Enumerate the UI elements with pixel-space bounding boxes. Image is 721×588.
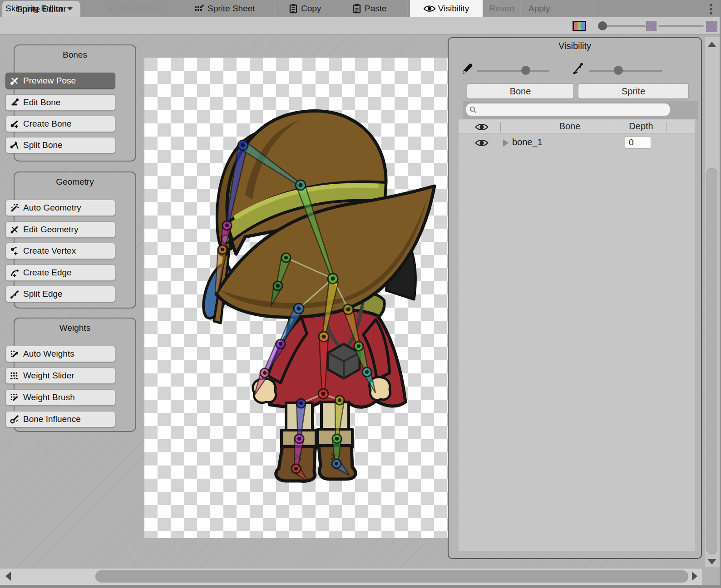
mesh-opacity-preview-icon xyxy=(706,21,717,32)
edit-geometry-icon xyxy=(10,225,19,234)
row-visibility-eye-icon[interactable] xyxy=(475,138,489,147)
sprite-opacity-preview-icon xyxy=(646,21,657,31)
create-edge-icon xyxy=(10,268,19,277)
scroll-right-icon[interactable] xyxy=(692,572,697,581)
create-edge-button[interactable]: Create Edge xyxy=(5,265,115,281)
mesh-visibility-slider-knob[interactable] xyxy=(614,66,623,75)
weight-brush-icon xyxy=(10,393,19,402)
weight-brush-button[interactable]: Weight Brush xyxy=(5,389,115,406)
edit-geometry-button[interactable]: Edit Geometry xyxy=(5,221,115,238)
sprite-editor-window: Sprite Editor Skinning Editor Reset Pose… xyxy=(0,0,721,588)
tab-bone[interactable]: Bone xyxy=(467,83,574,99)
preview-pose-icon xyxy=(10,76,19,85)
column-bone[interactable]: Bone xyxy=(527,121,613,132)
sprite-color-swatch-button[interactable] xyxy=(573,21,586,31)
window-bottom-edge xyxy=(0,585,721,588)
auto-weights-icon xyxy=(10,349,19,358)
sprite-opacity-slider-knob[interactable] xyxy=(598,21,607,30)
create-vertex-icon xyxy=(10,246,19,255)
person-icon xyxy=(105,4,114,14)
column-depth[interactable]: Depth xyxy=(618,121,664,132)
revert-button[interactable]: Revert xyxy=(489,0,515,17)
copy-icon xyxy=(289,3,298,14)
scroll-left-icon[interactable] xyxy=(5,572,11,581)
search-field[interactable] xyxy=(466,103,670,116)
window-menu-icon[interactable] xyxy=(706,3,716,15)
paste-button[interactable]: Paste xyxy=(352,0,387,17)
chevron-down-icon xyxy=(67,6,73,11)
bone-list-area: Bone Depth bone_1 0 xyxy=(459,119,695,551)
create-bone-icon xyxy=(10,119,19,128)
sprite-sheet-button[interactable]: Sprite Sheet xyxy=(194,0,255,17)
split-edge-icon xyxy=(10,289,19,299)
visibility-panel: Visibility Bone Sprite xyxy=(448,37,702,559)
create-bone-button[interactable]: Create Bone xyxy=(5,116,115,132)
bone-list-header: Bone Depth xyxy=(459,120,695,133)
mesh-opacity-icon xyxy=(572,63,585,75)
skinning-editor-dropdown[interactable]: Skinning Editor xyxy=(5,0,73,17)
scroll-down-icon[interactable] xyxy=(707,559,716,564)
visibility-toggle-button[interactable]: Visibility xyxy=(410,0,483,17)
eye-icon xyxy=(424,5,435,13)
bone-opacity-icon xyxy=(461,63,474,75)
split-bone-icon xyxy=(10,141,19,150)
mesh-opacity-slider[interactable] xyxy=(658,25,704,27)
visibility-panel-title: Visibility xyxy=(449,41,701,51)
search-icon xyxy=(469,106,477,114)
sprite-canvas[interactable] xyxy=(144,58,448,538)
tab-sprite[interactable]: Sprite xyxy=(578,83,689,99)
sprite-opacity-slider[interactable] xyxy=(604,25,646,27)
search-input[interactable] xyxy=(477,105,661,115)
bones-panel-title: Bones xyxy=(15,45,135,60)
auto-geometry-icon xyxy=(10,203,19,212)
bone-opacity-slider-knob[interactable] xyxy=(521,66,530,75)
depth-input[interactable]: 0 xyxy=(625,136,651,149)
create-vertex-button[interactable]: Create Vertex xyxy=(5,243,115,259)
paste-icon xyxy=(352,3,361,14)
weight-slider-button[interactable]: Weight Slider xyxy=(5,368,115,384)
bone-row-bone_1[interactable]: bone_1 0 xyxy=(459,135,695,152)
weights-panel-title: Weights xyxy=(15,318,135,333)
geometry-panel-title: Geometry xyxy=(15,172,135,187)
bone-influence-button[interactable]: Bone Influence xyxy=(5,411,115,427)
horizontal-scrollbar-thumb[interactable] xyxy=(95,570,688,583)
sprite-sheet-icon xyxy=(194,4,204,14)
scroll-up-icon[interactable] xyxy=(707,42,716,47)
copy-button[interactable]: Copy xyxy=(289,0,321,17)
auto-geometry-button[interactable]: Auto Geometry xyxy=(5,200,115,216)
vertical-scrollbar-thumb[interactable] xyxy=(706,168,717,554)
character-sprite xyxy=(144,58,448,538)
edit-bone-icon xyxy=(10,98,19,107)
split-bone-button[interactable]: Split Bone xyxy=(5,137,115,153)
bone-opacity-slider[interactable] xyxy=(477,70,549,72)
auto-weights-button[interactable]: Auto Weights xyxy=(5,346,115,362)
weight-slider-icon xyxy=(10,371,19,380)
expander-icon[interactable] xyxy=(503,139,509,147)
reset-pose-button[interactable]: Reset Pose xyxy=(105,0,162,17)
split-edge-button[interactable]: Split Edge xyxy=(5,286,115,302)
header-eye-icon xyxy=(475,122,489,132)
mesh-visibility-slider[interactable] xyxy=(589,70,662,72)
bone-influence-icon xyxy=(10,415,19,424)
preview-pose-button[interactable]: Preview Pose xyxy=(5,73,115,89)
apply-button[interactable]: Apply xyxy=(528,0,550,17)
bone-name[interactable]: bone_1 xyxy=(512,137,543,147)
edit-bone-button[interactable]: Edit Bone xyxy=(5,94,115,111)
